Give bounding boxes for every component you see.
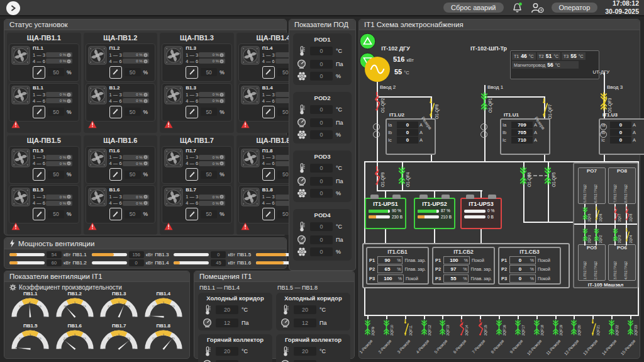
breaker-О1-QF8[interactable] xyxy=(427,98,435,117)
damper-button[interactable] xyxy=(33,208,45,220)
wire xyxy=(499,315,500,319)
unit-card[interactable]: ЩА-ПВ1.2 П1.21 — 30 %4 — 60 %50% В1.21 —… xyxy=(84,33,158,133)
fan-icon xyxy=(164,86,183,105)
clock: 17:08:12 30-09-2025 xyxy=(605,0,639,16)
fan-group-label: 4 — 6 xyxy=(33,200,44,206)
fan-group-label: 4 — 6 xyxy=(33,161,44,166)
gauge: 02.557.510 xyxy=(99,297,139,320)
ups-ІТ1-UPS3[interactable]: ІТ1-UPS3 0 % 0 В xyxy=(460,198,502,229)
damper-button[interactable] xyxy=(33,106,45,118)
generator-name: ІТ-102 ДГУ xyxy=(359,45,432,52)
ups-voltage-row: 0 В xyxy=(464,215,498,220)
gauge-wrap: 02.557.510 xyxy=(142,329,186,355)
ups-charge-row: 87 % xyxy=(418,209,452,213)
damper-button[interactable] xyxy=(262,208,275,220)
damper-button[interactable] xyxy=(33,168,45,181)
fan-mini-icon xyxy=(143,201,148,205)
reset-alarms-button[interactable]: Сброс аварий xyxy=(443,3,503,13)
meter-value: 0 xyxy=(397,129,418,136)
wire xyxy=(385,228,386,243)
breaker-label: О1-QF7 xyxy=(548,98,553,119)
breaker-2QF11[interactable] xyxy=(402,319,409,336)
breaker-2QF13[interactable] xyxy=(439,319,446,336)
breaker-О1-QF1[interactable] xyxy=(480,92,488,111)
panel-title: Статус установок xyxy=(4,20,286,30)
breaker-2QF17[interactable] xyxy=(514,319,521,336)
breaker-glyph xyxy=(540,98,548,117)
fan-group-label: 4 — 6 xyxy=(186,98,197,104)
damper-button[interactable] xyxy=(33,66,45,79)
fan-block-supply-fan: П1.71 — 30 %4 — 60 %50% xyxy=(162,146,232,184)
breaker-О1-QF7[interactable] xyxy=(540,98,548,117)
damper-button[interactable] xyxy=(109,208,122,220)
unit-card[interactable]: ЩА-ПВ1.7 П1.71 — 30 %4 — 60 %50% В1.71 —… xyxy=(160,135,234,235)
operator-button[interactable]: Оператор xyxy=(552,3,598,13)
breaker-2QF10[interactable] xyxy=(383,319,390,336)
fan-icon xyxy=(164,188,183,206)
breaker-О1-QF6[interactable] xyxy=(519,166,527,185)
fan-block-supply-fan: П1.21 — 30 %4 — 60 %50% xyxy=(86,43,156,82)
breaker-2QF9[interactable] xyxy=(364,319,371,336)
damper-unit: % xyxy=(143,69,148,76)
damper-button[interactable] xyxy=(262,106,275,118)
damper-button[interactable] xyxy=(262,66,275,79)
gauge-wrap: 02.557.510 xyxy=(97,297,142,323)
fan-group-bar: 0 % xyxy=(199,98,225,103)
ups-ІТ1-UPS1[interactable]: ІТ1-UPS1 90 % 230 В xyxy=(365,198,406,229)
unit-card[interactable]: ЩА-ПВ1.3 П1.31 — 30 %4 — 60 %50% В1.31 —… xyxy=(160,33,234,133)
breaker-О1-QF5[interactable] xyxy=(544,166,552,185)
gauge-label: ПВ1.6 xyxy=(53,323,97,329)
room-pressure-row: 12Па xyxy=(202,318,269,327)
breaker-2QF18[interactable] xyxy=(533,319,540,336)
damper-button[interactable] xyxy=(109,66,122,79)
breaker-label: 2QF5 xyxy=(588,206,591,222)
gauge-cell: ПВ1.1 02.557.510 xyxy=(8,291,53,323)
damper-button[interactable] xyxy=(109,168,122,181)
breaker-glyph xyxy=(427,98,435,117)
temp-icon xyxy=(296,162,307,174)
damper-button[interactable] xyxy=(109,106,122,118)
breaker-2QF12[interactable] xyxy=(421,319,428,336)
fan-block-supply-fan: П1.31 — 30 %4 — 60 %50% xyxy=(162,43,232,82)
user-session-button[interactable] xyxy=(531,3,544,13)
breaker-О1-QF2[interactable] xyxy=(373,92,380,111)
breaker-label: 2QF16 xyxy=(503,318,507,336)
pressure-gauge-icon xyxy=(297,235,306,244)
fan-label: В1.6 xyxy=(109,188,153,193)
alarm-bell-button[interactable] xyxy=(511,2,523,13)
fan-group-row: 4 — 60 % xyxy=(109,161,153,166)
unit-card[interactable]: ЩА-ПВ1.1 П1.11 — 30 %4 — 60 %50% В1.11 —… xyxy=(7,33,81,133)
scheme-canvas: ІТ-102 ДГУ516 кВт55 °СВвод 2ІТ-102-ШП-Тр… xyxy=(359,33,640,358)
fan-group-row: 1 — 30 % xyxy=(186,52,230,58)
breaker-О1-QF3[interactable] xyxy=(600,92,608,111)
damper-button[interactable] xyxy=(186,208,198,220)
svg-text:2.5: 2.5 xyxy=(19,337,23,340)
unit-card[interactable]: ЩА-ПВ1.6 П1.61 — 30 %4 — 60 %50% В1.61 —… xyxy=(84,135,158,235)
breaker-2QF14[interactable] xyxy=(458,319,465,336)
wire xyxy=(405,315,406,319)
battery-ІТ1.СБ1: ІТ1.СБ1 Р190%Плав. зар. Р265%Плав. зар. … xyxy=(366,247,429,285)
sidebar-expand-button[interactable] xyxy=(6,1,20,15)
breaker-2QF19[interactable] xyxy=(552,319,559,336)
scada-dashboard: Сброс аварий Оператор 17:08:12 30-09-202… xyxy=(0,0,644,362)
damper-button[interactable] xyxy=(186,106,198,118)
breaker-О1-QF4[interactable] xyxy=(398,166,406,185)
damper-button[interactable] xyxy=(262,168,275,181)
ct-loop xyxy=(373,123,380,130)
damper-button[interactable] xyxy=(186,66,198,79)
breaker-2QF21[interactable] xyxy=(589,319,596,336)
gauge-wrap: 02.557.510 xyxy=(142,297,186,323)
unit-card[interactable]: ЩА-ПВ1.5 П1.51 — 30 %4 — 60 %50% В1.51 —… xyxy=(7,135,81,235)
battery-row: Р297%Плав. зар. xyxy=(435,265,492,273)
breaker-2QF16[interactable] xyxy=(496,319,502,336)
breaker-2QF22[interactable] xyxy=(608,319,615,336)
breaker-О1-QF9[interactable] xyxy=(373,166,380,185)
breaker-2QF23[interactable] xyxy=(627,319,634,336)
gauge-label: ПВ1.7 xyxy=(97,323,142,329)
ups-ІТ1-UPS2[interactable]: ІТ1-UPS2 87 % 210 В xyxy=(414,198,455,229)
breaker-2QF15[interactable] xyxy=(477,319,484,336)
damper-button[interactable] xyxy=(186,168,198,181)
fan-icon-wrap xyxy=(11,188,30,221)
breaker-2QF20[interactable] xyxy=(570,319,577,336)
room-name: Горячий коллектор xyxy=(280,336,347,343)
